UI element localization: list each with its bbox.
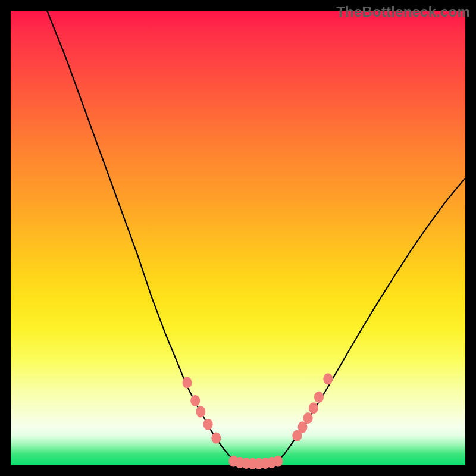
- marker-point: [323, 373, 333, 384]
- marker-point: [303, 412, 313, 424]
- marker-point: [182, 377, 192, 388]
- marker-point: [273, 456, 283, 467]
- marker-point: [203, 419, 213, 430]
- curve-lines: [47, 11, 465, 465]
- watermark-text: TheBottleneck.com: [336, 4, 470, 20]
- marker-point: [190, 395, 200, 406]
- marker-point: [314, 392, 324, 403]
- marker-point: [211, 433, 221, 444]
- marker-point: [196, 406, 205, 417]
- series-right-curve: [274, 178, 465, 463]
- marker-point: [309, 402, 318, 414]
- plot-area: [11, 11, 465, 465]
- chart-frame: TheBottleneck.com: [0, 0, 476, 476]
- curve-markers: [182, 373, 333, 469]
- series-left-curve: [47, 11, 238, 464]
- chart-svg: [11, 11, 465, 465]
